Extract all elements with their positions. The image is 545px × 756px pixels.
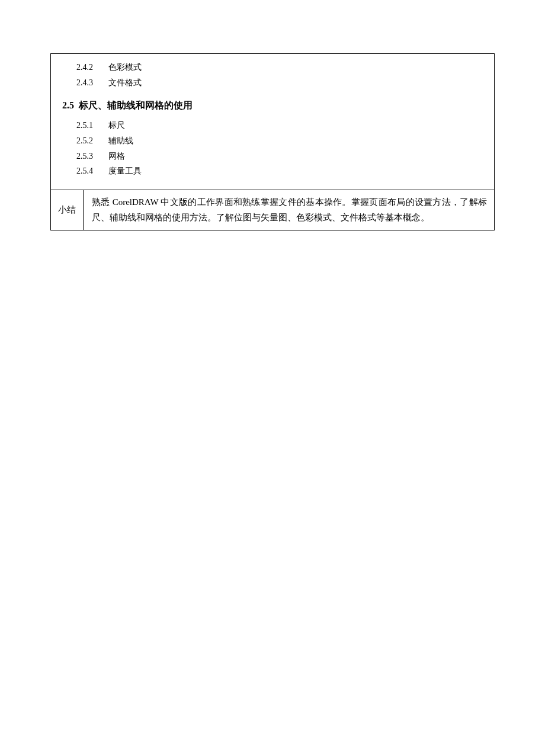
section-title: 标尺、辅助线和网格的使用 <box>79 100 193 110</box>
toc-item-label: 文件格式 <box>108 78 142 87</box>
section-num: 2.5 <box>62 100 74 110</box>
toc-item-num: 2.5.2 <box>76 133 106 149</box>
section-heading: 2.5 标尺、辅助线和网格的使用 <box>60 100 485 112</box>
toc-item: 2.5.3 网格 <box>60 149 485 164</box>
toc-item-num: 2.5.3 <box>76 149 106 164</box>
toc-item-num: 2.4.2 <box>76 60 106 75</box>
summary-text: 熟悉 CorelDRAW 中文版的工作界面和熟练掌握文件的基本操作。掌握页面布局… <box>92 197 487 222</box>
toc-item: 2.4.2 色彩模式 <box>60 60 485 75</box>
summary-row: 小结 熟悉 CorelDRAW 中文版的工作界面和熟练掌握文件的基本操作。掌握页… <box>51 190 495 230</box>
toc-item-label: 辅助线 <box>108 136 133 145</box>
toc-item-num: 2.5.1 <box>76 118 106 133</box>
toc-item-label: 网格 <box>108 152 125 161</box>
summary-label-cell: 小结 <box>51 190 84 230</box>
document-table: 2.4.2 色彩模式 2.4.3 文件格式 2.5 标尺、辅助线和网格的使用 2… <box>50 53 495 230</box>
content-cell: 2.4.2 色彩模式 2.4.3 文件格式 2.5 标尺、辅助线和网格的使用 2… <box>51 54 495 190</box>
toc-item-label: 色彩模式 <box>108 63 142 72</box>
toc-item-num: 2.4.3 <box>76 75 106 91</box>
toc-item-num: 2.5.4 <box>76 164 106 179</box>
toc-item-label: 标尺 <box>108 121 125 130</box>
toc-item: 2.5.4 度量工具 <box>60 164 485 179</box>
toc-item: 2.5.2 辅助线 <box>60 133 485 149</box>
content-row: 2.4.2 色彩模式 2.4.3 文件格式 2.5 标尺、辅助线和网格的使用 2… <box>51 54 495 190</box>
summary-label: 小结 <box>58 205 76 214</box>
toc-item: 2.4.3 文件格式 <box>60 75 485 91</box>
summary-content-cell: 熟悉 CorelDRAW 中文版的工作界面和熟练掌握文件的基本操作。掌握页面布局… <box>84 190 495 230</box>
toc-item-label: 度量工具 <box>108 166 142 175</box>
toc-item: 2.5.1 标尺 <box>60 118 485 133</box>
